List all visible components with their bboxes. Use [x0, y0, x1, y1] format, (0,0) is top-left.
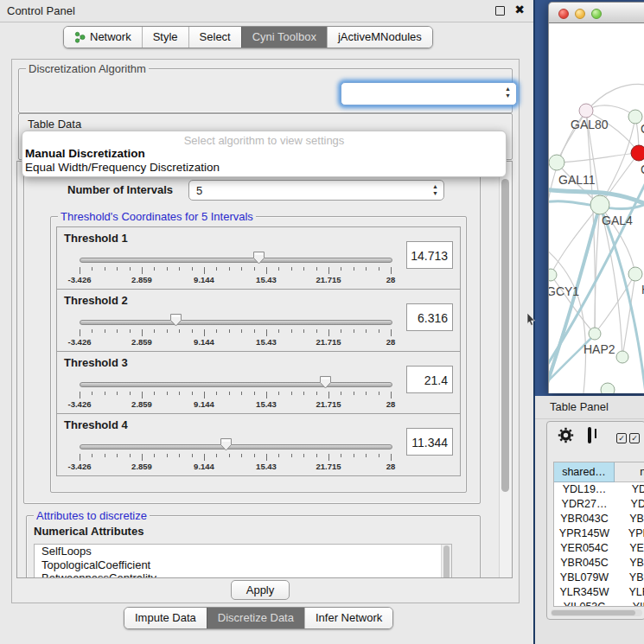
column-header-1[interactable]: shared… [554, 462, 615, 482]
dropdown-option-equal-width-frequency[interactable]: Equal Width/Frequency Discretization [22, 161, 506, 175]
table-cell[interactable]: YLR345W [615, 585, 644, 600]
network-node[interactable] [549, 269, 557, 281]
table-cell[interactable]: YLR345W [554, 585, 615, 600]
threshold-value-field[interactable]: 11.344 [406, 428, 453, 456]
zoom-traffic-light-icon[interactable] [591, 9, 602, 19]
network-node[interactable] [590, 195, 609, 214]
minimize-traffic-light-icon[interactable] [575, 9, 585, 19]
network-node[interactable] [589, 328, 601, 340]
slider-track[interactable] [80, 320, 392, 325]
network-node[interactable] [628, 267, 642, 281]
dropdown-option-manual-discretization[interactable]: Manual Discretization [22, 147, 506, 161]
table-row[interactable]: YIL053CYIL053C [554, 600, 644, 607]
group-title-attributes: Attributes to discretize [34, 509, 150, 522]
node-attribute-table[interactable]: shared…nameYDL19…YDL19…YDR27…YDR27…YBR04… [553, 462, 644, 607]
table-cell[interactable]: YER054C [554, 541, 615, 556]
tab-impute-data[interactable]: Impute Data [124, 608, 207, 628]
table-row[interactable]: YPR145WYPR145W [554, 526, 644, 541]
tab-network[interactable]: Network [64, 27, 142, 48]
node-label: GAL11 [558, 173, 596, 187]
settings-vertical-scrollbar[interactable] [499, 162, 512, 577]
slider-handle[interactable] [252, 251, 265, 265]
network-node[interactable] [549, 155, 564, 170]
gear-icon[interactable] [558, 427, 574, 446]
table-cell[interactable]: YBL079W [615, 571, 644, 585]
table-cell[interactable]: YDR27… [554, 497, 615, 512]
threshold-label: Threshold 4 [64, 418, 128, 431]
scrollbar-thumb[interactable] [552, 610, 635, 615]
scrollbar-thumb[interactable] [501, 179, 509, 492]
numerical-attributes-list[interactable]: SelfLoopsTopologicalCoefficientBetweenne… [34, 544, 452, 578]
table-cell[interactable]: YER054C [615, 541, 644, 556]
network-graph: GAL80GACGAL11GAL4GCY1HHAP2 [549, 23, 644, 393]
tab-select[interactable]: Select [188, 27, 241, 48]
table-cell[interactable]: YBR043C [554, 512, 615, 526]
tab-style[interactable]: Style [142, 27, 188, 48]
tab-cyni-toolbox[interactable]: Cyni Toolbox [241, 27, 327, 48]
attribute-list-item[interactable]: SelfLoops [35, 545, 451, 558]
table-row[interactable]: YBR043CYBR043C [554, 512, 644, 526]
slider-track[interactable] [80, 382, 392, 387]
table-cell[interactable]: YPR145W [615, 526, 644, 541]
top-tab-bar: NetworkStyleSelectCyni ToolboxjActiveMNo… [63, 26, 433, 48]
table-row[interactable]: YDR27…YDR27… [554, 497, 644, 512]
threshold-value-field[interactable]: 14.713 [406, 241, 453, 269]
stepper-icon: ▲▼ [505, 86, 511, 99]
table-row[interactable]: YER054CYER054C [554, 541, 644, 556]
column-header-2[interactable]: name [615, 462, 644, 482]
table-cell[interactable]: YPR145W [554, 526, 615, 541]
main-window-right-area: GAL80GACGAL11GAL4GCY1HHAP2 Table Panel [533, 0, 644, 644]
slider-track[interactable] [80, 258, 392, 263]
threshold-value-field[interactable]: 21.4 [406, 366, 453, 393]
table-cell[interactable]: YBR045C [554, 556, 615, 571]
network-node[interactable] [631, 145, 644, 161]
threshold-value-field[interactable]: 6.316 [406, 303, 453, 331]
threshold-label: Threshold 3 [64, 356, 128, 369]
tab-infer-network[interactable]: Infer Network [304, 608, 392, 628]
checkbox-icon: ✓ [616, 433, 627, 443]
network-node[interactable] [579, 104, 593, 118]
slider-handle[interactable] [220, 437, 233, 451]
network-edge[interactable] [557, 153, 639, 163]
thresholds-group: Threshold's Coordinates for 5 Intervals … [50, 216, 467, 493]
threshold-panel: Threshold 4-3.4262.8599.14415.4321.71528… [56, 413, 461, 476]
attribute-list-item[interactable]: BetweennessCentrality [35, 571, 451, 578]
number-of-intervals-combobox[interactable]: 5 ▲▼ [188, 180, 444, 201]
close-icon[interactable]: ✖ [514, 3, 525, 16]
table-cell[interactable]: YDL19… [554, 482, 615, 497]
table-cell[interactable]: YBL079W [554, 571, 615, 585]
table-cell[interactable]: YDR27… [615, 497, 644, 512]
table-cell[interactable]: YBR043C [615, 512, 644, 526]
attributes-list-scrollbar[interactable] [441, 545, 451, 578]
table-row[interactable]: YDL19…YDL19… [554, 482, 644, 497]
node-label: HAP2 [583, 342, 615, 356]
tab-discretize-data[interactable]: Discretize Data [207, 608, 304, 628]
algorithm-combobox[interactable]: ▲▼ [341, 82, 517, 105]
table-cell[interactable]: YIL053C [554, 600, 615, 607]
network-edge[interactable] [549, 208, 599, 393]
slider-handle[interactable] [169, 313, 182, 327]
table-row[interactable]: YBL079WYBL079W [554, 571, 644, 585]
apply-button[interactable]: Apply [231, 580, 290, 600]
column-settings-icon[interactable] [588, 427, 591, 443]
table-cell[interactable]: YDL19… [615, 482, 644, 497]
table-row[interactable]: YBR045CYBR045C [554, 556, 644, 571]
table-row[interactable]: YLR345WYLR345W [554, 585, 644, 600]
float-icon[interactable] [495, 6, 505, 16]
network-icon [74, 31, 86, 43]
table-horizontal-scrollbar[interactable] [551, 609, 642, 616]
network-canvas[interactable]: GAL80GACGAL11GAL4GCY1HHAP2 [548, 23, 644, 393]
attribute-list-item[interactable]: TopologicalCoefficient [35, 558, 451, 572]
network-view-window[interactable]: GAL80GACGAL11GAL4GCY1HHAP2 [548, 2, 644, 393]
select-columns-icon[interactable]: ✓✓ [616, 430, 642, 443]
slider-track[interactable] [80, 444, 392, 450]
table-cell[interactable]: YIL053C [615, 600, 644, 607]
table-cell[interactable]: YBR045C [615, 556, 644, 571]
close-traffic-light-icon[interactable] [558, 9, 569, 19]
tab-jactivemnodules[interactable]: jActiveMNodules [327, 27, 432, 48]
network-node[interactable] [601, 383, 615, 393]
network-edge[interactable] [551, 205, 600, 275]
network-edge[interactable] [600, 205, 622, 357]
network-node[interactable] [616, 351, 628, 363]
slider-handle[interactable] [319, 375, 332, 389]
